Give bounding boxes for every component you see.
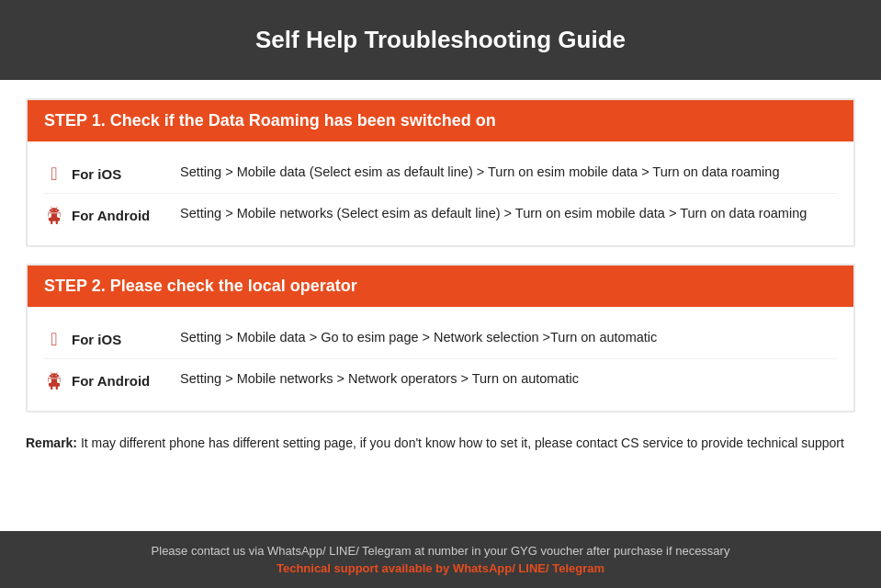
step1-ios-platform: For iOS: [72, 166, 121, 182]
step1-android-row: For Android Setting > Mobile networks (S…: [44, 193, 837, 234]
step1-android-platform: For Android: [72, 208, 150, 223]
step2-ios-row:  For iOS Setting > Mobile data > Go to …: [44, 318, 837, 358]
step1-android-text: Setting > Mobile networks (Select esim a…: [180, 203, 837, 223]
step1-header: STEP 1. Check if the Data Roaming has be…: [28, 100, 853, 141]
step2-body:  For iOS Setting > Mobile data > Go to …: [28, 307, 853, 411]
step1-ios-label:  For iOS: [44, 162, 180, 184]
step1-title: STEP 1. Check if the Data Roaming has be…: [44, 111, 837, 130]
apple-icon: : [44, 164, 64, 184]
main-content: STEP 1. Check if the Data Roaming has be…: [0, 80, 881, 531]
step2-android-label: For Android: [44, 368, 180, 390]
android-icon-2: [44, 370, 64, 390]
step2-android-row: For Android Setting > Mobile networks > …: [44, 358, 837, 400]
step2-ios-platform: For iOS: [72, 332, 121, 347]
step2-ios-text: Setting > Mobile data > Go to esim page …: [180, 327, 837, 347]
footer-main-text: Please contact us via WhatsApp/ LINE/ Te…: [18, 544, 863, 558]
step1-ios-row:  For iOS Setting > Mobile data (Select …: [44, 153, 837, 193]
step1-body:  For iOS Setting > Mobile data (Select …: [28, 141, 853, 245]
remark-label: Remark:: [26, 435, 77, 450]
step1-block: STEP 1. Check if the Data Roaming has be…: [26, 98, 855, 247]
page-footer: Please contact us via WhatsApp/ LINE/ Te…: [0, 531, 881, 588]
apple-icon-2: : [44, 329, 64, 349]
page-title: Self Help Troubleshooting Guide: [18, 26, 863, 54]
page-header: Self Help Troubleshooting Guide: [0, 0, 881, 80]
android-icon: [44, 205, 64, 225]
footer-support-text: Technical support available by WhatsApp/…: [18, 561, 863, 575]
step2-android-text: Setting > Mobile networks > Network oper…: [180, 368, 837, 389]
step2-header: STEP 2. Please check the local operator: [28, 266, 853, 307]
step1-android-label: For Android: [44, 203, 180, 225]
step2-block: STEP 2. Please check the local operator …: [26, 264, 855, 413]
step2-android-platform: For Android: [72, 373, 150, 389]
remark-text: It may different phone has different set…: [77, 435, 844, 450]
remark-section: Remark: It may different phone has diffe…: [26, 429, 855, 462]
step2-ios-label:  For iOS: [44, 327, 180, 349]
step2-title: STEP 2. Please check the local operator: [44, 277, 837, 296]
step1-ios-text: Setting > Mobile data (Select esim as de…: [180, 162, 837, 182]
